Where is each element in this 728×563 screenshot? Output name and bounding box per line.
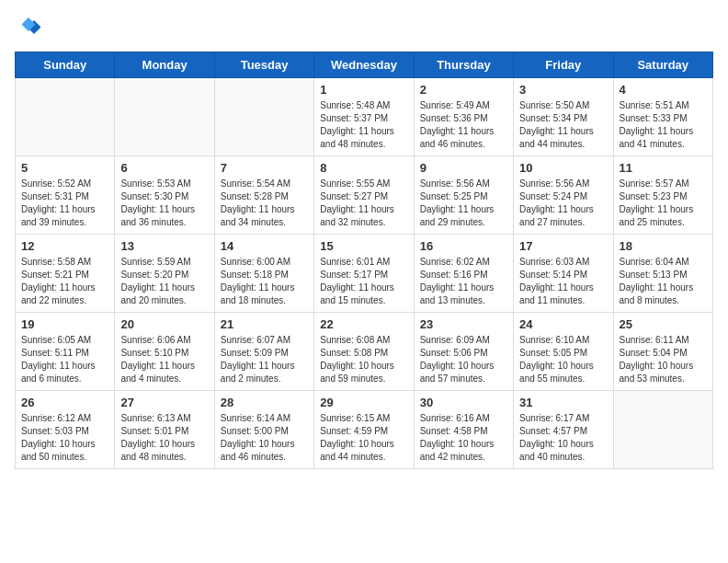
day-number: 24 (519, 317, 607, 331)
calendar-cell: 4Sunrise: 5:51 AM Sunset: 5:33 PM Daylig… (613, 78, 712, 156)
calendar-cell: 8Sunrise: 5:55 AM Sunset: 5:27 PM Daylig… (314, 156, 414, 235)
calendar-cell: 18Sunrise: 6:04 AM Sunset: 5:13 PM Dayli… (613, 235, 712, 313)
weekday-saturday: Saturday (613, 52, 712, 78)
calendar-cell: 26Sunrise: 6:12 AM Sunset: 5:03 PM Dayli… (16, 391, 115, 469)
calendar-cell: 9Sunrise: 5:56 AM Sunset: 5:25 PM Daylig… (414, 156, 513, 235)
calendar-cell: 3Sunrise: 5:50 AM Sunset: 5:34 PM Daylig… (514, 78, 613, 156)
calendar-cell (214, 78, 313, 156)
day-info: Sunrise: 5:51 AM Sunset: 5:33 PM Dayligh… (620, 99, 707, 151)
day-info: Sunrise: 5:53 AM Sunset: 5:30 PM Dayligh… (120, 178, 208, 229)
calendar-cell: 31Sunrise: 6:17 AM Sunset: 4:57 PM Dayli… (514, 391, 613, 469)
calendar-cell: 20Sunrise: 6:06 AM Sunset: 5:10 PM Dayli… (115, 313, 214, 391)
week-row-4: 19Sunrise: 6:05 AM Sunset: 5:11 PM Dayli… (16, 313, 713, 391)
calendar-cell: 17Sunrise: 6:03 AM Sunset: 5:14 PM Dayli… (514, 235, 613, 313)
day-info: Sunrise: 6:00 AM Sunset: 5:18 PM Dayligh… (221, 256, 308, 307)
day-number: 12 (21, 239, 108, 253)
weekday-wednesday: Wednesday (314, 52, 414, 78)
day-number: 4 (620, 83, 707, 97)
logo-icon (15, 15, 42, 42)
week-row-1: 1Sunrise: 5:48 AM Sunset: 5:37 PM Daylig… (16, 78, 713, 156)
weekday-friday: Friday (514, 52, 613, 78)
day-info: Sunrise: 6:10 AM Sunset: 5:05 PM Dayligh… (519, 334, 607, 385)
day-number: 20 (120, 317, 208, 331)
day-info: Sunrise: 6:01 AM Sunset: 5:17 PM Dayligh… (320, 256, 407, 307)
day-info: Sunrise: 5:48 AM Sunset: 5:37 PM Dayligh… (320, 99, 407, 151)
day-number: 25 (620, 317, 707, 331)
calendar-cell: 7Sunrise: 5:54 AM Sunset: 5:28 PM Daylig… (214, 156, 313, 235)
day-number: 31 (519, 396, 607, 409)
calendar-cell: 6Sunrise: 5:53 AM Sunset: 5:30 PM Daylig… (115, 156, 214, 235)
calendar-cell: 23Sunrise: 6:09 AM Sunset: 5:06 PM Dayli… (414, 313, 513, 391)
calendar-cell: 28Sunrise: 6:14 AM Sunset: 5:00 PM Dayli… (214, 391, 313, 469)
day-number: 9 (420, 161, 507, 175)
calendar-table: SundayMondayTuesdayWednesdayThursdayFrid… (15, 52, 713, 469)
day-number: 16 (420, 239, 507, 253)
day-info: Sunrise: 6:14 AM Sunset: 5:00 PM Dayligh… (221, 412, 308, 464)
calendar-cell: 27Sunrise: 6:13 AM Sunset: 5:01 PM Dayli… (115, 391, 214, 469)
day-info: Sunrise: 5:49 AM Sunset: 5:36 PM Dayligh… (420, 99, 507, 151)
calendar-cell: 25Sunrise: 6:11 AM Sunset: 5:04 PM Dayli… (613, 313, 712, 391)
day-info: Sunrise: 6:09 AM Sunset: 5:06 PM Dayligh… (420, 334, 507, 385)
day-info: Sunrise: 6:11 AM Sunset: 5:04 PM Dayligh… (620, 334, 707, 385)
day-info: Sunrise: 6:07 AM Sunset: 5:09 PM Dayligh… (221, 334, 308, 385)
week-row-3: 12Sunrise: 5:58 AM Sunset: 5:21 PM Dayli… (16, 235, 713, 313)
calendar-cell: 30Sunrise: 6:16 AM Sunset: 4:58 PM Dayli… (414, 391, 513, 469)
day-info: Sunrise: 6:04 AM Sunset: 5:13 PM Dayligh… (620, 256, 707, 307)
calendar-cell: 19Sunrise: 6:05 AM Sunset: 5:11 PM Dayli… (16, 313, 115, 391)
day-info: Sunrise: 5:59 AM Sunset: 5:20 PM Dayligh… (120, 256, 208, 307)
day-number: 22 (320, 317, 407, 331)
day-number: 21 (221, 317, 308, 331)
weekday-thursday: Thursday (414, 52, 513, 78)
calendar-cell: 22Sunrise: 6:08 AM Sunset: 5:08 PM Dayli… (314, 313, 414, 391)
week-row-5: 26Sunrise: 6:12 AM Sunset: 5:03 PM Dayli… (16, 391, 713, 469)
day-number: 27 (120, 396, 208, 409)
day-number: 14 (221, 239, 308, 253)
day-info: Sunrise: 6:12 AM Sunset: 5:03 PM Dayligh… (21, 412, 108, 464)
calendar-cell: 5Sunrise: 5:52 AM Sunset: 5:31 PM Daylig… (16, 156, 115, 235)
weekday-tuesday: Tuesday (214, 52, 313, 78)
day-info: Sunrise: 5:56 AM Sunset: 5:24 PM Dayligh… (519, 178, 607, 229)
calendar-cell: 21Sunrise: 6:07 AM Sunset: 5:09 PM Dayli… (214, 313, 313, 391)
calendar-cell: 14Sunrise: 6:00 AM Sunset: 5:18 PM Dayli… (214, 235, 313, 313)
calendar-cell (115, 78, 214, 156)
day-number: 30 (420, 396, 507, 409)
day-number: 8 (320, 161, 407, 175)
day-number: 6 (120, 161, 208, 175)
day-number: 19 (21, 317, 108, 331)
day-number: 5 (21, 161, 108, 175)
day-info: Sunrise: 6:02 AM Sunset: 5:16 PM Dayligh… (420, 256, 507, 307)
day-number: 10 (519, 161, 607, 175)
calendar-cell: 10Sunrise: 5:56 AM Sunset: 5:24 PM Dayli… (514, 156, 613, 235)
day-info: Sunrise: 6:05 AM Sunset: 5:11 PM Dayligh… (21, 334, 108, 385)
day-info: Sunrise: 6:08 AM Sunset: 5:08 PM Dayligh… (320, 334, 407, 385)
day-number: 3 (519, 83, 607, 97)
calendar-cell: 13Sunrise: 5:59 AM Sunset: 5:20 PM Dayli… (115, 235, 214, 313)
day-info: Sunrise: 6:06 AM Sunset: 5:10 PM Dayligh… (120, 334, 208, 385)
day-number: 17 (519, 239, 607, 253)
day-info: Sunrise: 5:55 AM Sunset: 5:27 PM Dayligh… (320, 178, 407, 229)
day-info: Sunrise: 5:57 AM Sunset: 5:23 PM Dayligh… (620, 178, 707, 229)
calendar-cell: 2Sunrise: 5:49 AM Sunset: 5:36 PM Daylig… (414, 78, 513, 156)
day-info: Sunrise: 6:17 AM Sunset: 4:57 PM Dayligh… (519, 412, 607, 464)
day-number: 28 (221, 396, 308, 409)
day-number: 18 (620, 239, 707, 253)
day-info: Sunrise: 6:16 AM Sunset: 4:58 PM Dayligh… (420, 412, 507, 464)
weekday-header-row: SundayMondayTuesdayWednesdayThursdayFrid… (16, 52, 713, 78)
calendar-cell: 1Sunrise: 5:48 AM Sunset: 5:37 PM Daylig… (314, 78, 414, 156)
week-row-2: 5Sunrise: 5:52 AM Sunset: 5:31 PM Daylig… (16, 156, 713, 235)
day-info: Sunrise: 6:15 AM Sunset: 4:59 PM Dayligh… (320, 412, 407, 464)
calendar-cell: 12Sunrise: 5:58 AM Sunset: 5:21 PM Dayli… (16, 235, 115, 313)
day-number: 29 (320, 396, 407, 409)
calendar-cell: 16Sunrise: 6:02 AM Sunset: 5:16 PM Dayli… (414, 235, 513, 313)
day-number: 15 (320, 239, 407, 253)
day-info: Sunrise: 5:56 AM Sunset: 5:25 PM Dayligh… (420, 178, 507, 229)
page-header (15, 15, 713, 42)
day-info: Sunrise: 5:58 AM Sunset: 5:21 PM Dayligh… (21, 256, 108, 307)
day-number: 2 (420, 83, 507, 97)
day-info: Sunrise: 5:50 AM Sunset: 5:34 PM Dayligh… (519, 99, 607, 151)
day-number: 11 (620, 161, 707, 175)
day-info: Sunrise: 5:52 AM Sunset: 5:31 PM Dayligh… (21, 178, 108, 229)
weekday-sunday: Sunday (16, 52, 115, 78)
calendar-cell: 29Sunrise: 6:15 AM Sunset: 4:59 PM Dayli… (314, 391, 414, 469)
day-number: 1 (320, 83, 407, 97)
